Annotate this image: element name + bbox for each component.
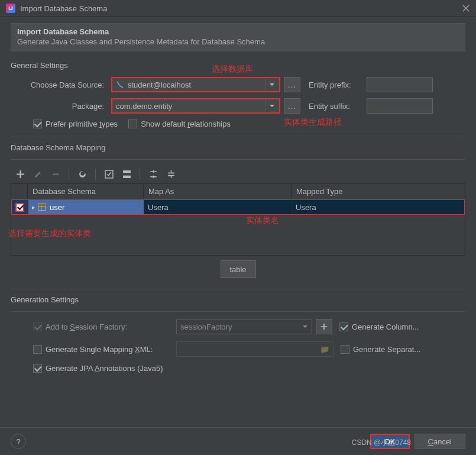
table-row[interactable]: ▸ user Usera Usera xyxy=(11,199,465,215)
expand-all-button[interactable] xyxy=(147,168,159,180)
row-mapped-type: Usera xyxy=(296,203,316,212)
edit-button xyxy=(32,168,44,180)
data-source-value: student@localhost xyxy=(128,80,191,89)
chevron-down-icon[interactable] xyxy=(302,322,308,331)
checkbox-icon xyxy=(33,120,42,128)
label-package: Package: xyxy=(11,102,111,111)
datasource-icon xyxy=(116,80,124,89)
add-session-button[interactable] xyxy=(316,319,332,334)
select-tables-button[interactable] xyxy=(103,168,115,180)
help-button[interactable]: ? xyxy=(11,434,26,449)
generate-separate-checkbox[interactable]: Generate Separat... xyxy=(341,345,420,354)
th-map-as[interactable]: Map As xyxy=(144,184,292,199)
schema-table: Database Schema Map As Mapped Type ▸ use… xyxy=(11,183,465,256)
cancel-button[interactable]: Cancel xyxy=(415,434,465,449)
layout-button[interactable] xyxy=(121,168,132,180)
chevron-down-icon[interactable] xyxy=(265,78,276,91)
generate-single-mapping-checkbox[interactable]: Generate Single Mapping XML: xyxy=(33,345,153,354)
row-map-as: Usera xyxy=(148,203,169,212)
table-button[interactable]: table xyxy=(221,260,256,278)
close-icon[interactable] xyxy=(462,4,470,12)
checkbox-icon xyxy=(33,364,42,373)
label-entity-prefix: Entity prefix: xyxy=(309,80,362,89)
folder-icon: 📁 xyxy=(320,345,329,354)
session-factory-combo[interactable]: sessionFactory xyxy=(176,319,312,334)
section-general: General Settings xyxy=(11,61,465,70)
mapping-path-input: 📁 xyxy=(176,341,333,357)
label-entity-suffix: Entity suffix: xyxy=(309,102,362,111)
watermark: CSDN @小超0748 xyxy=(352,438,411,448)
table-icon xyxy=(38,204,46,211)
show-default-rel-checkbox[interactable]: Show default relationships xyxy=(128,120,231,128)
chevron-right-icon[interactable]: ▸ xyxy=(32,204,35,211)
generate-column-checkbox[interactable]: Generate Column... xyxy=(339,322,419,331)
refresh-button[interactable] xyxy=(76,168,88,180)
svg-rect-3 xyxy=(123,175,131,178)
svg-rect-2 xyxy=(123,170,131,173)
remove-button xyxy=(50,168,61,180)
banner: Import Database Schema Generate Java Cla… xyxy=(11,23,465,51)
chevron-down-icon[interactable] xyxy=(265,99,276,112)
browse-package-button[interactable]: ... xyxy=(284,98,300,114)
add-button[interactable] xyxy=(14,168,26,180)
app-icon: IJ xyxy=(6,4,15,13)
section-generation: Generation Settings xyxy=(11,295,465,304)
package-combo[interactable]: com.demo.entity xyxy=(111,98,280,114)
data-source-combo[interactable]: student@localhost xyxy=(111,77,280,92)
svg-rect-0 xyxy=(53,173,59,175)
entity-prefix-input[interactable] xyxy=(367,77,433,92)
add-to-session-checkbox: Add to Session Factory: xyxy=(33,322,127,331)
window-title: Import Database Schema xyxy=(20,4,462,13)
mapping-toolbar xyxy=(11,162,465,183)
label-data-source: Choose Data Source: xyxy=(11,80,111,89)
package-value: com.demo.entity xyxy=(116,102,172,111)
checkbox-icon xyxy=(33,345,42,354)
row-name: user xyxy=(50,203,64,212)
checkbox-icon xyxy=(128,120,137,128)
th-schema[interactable]: Database Schema xyxy=(28,184,144,199)
browse-datasource-button[interactable]: ... xyxy=(284,77,300,92)
section-mapping: Database Schema Mapping xyxy=(11,143,465,152)
generate-jpa-checkbox[interactable]: Generate JPA Annotations (Java5) xyxy=(33,364,163,373)
collapse-all-button[interactable] xyxy=(165,168,177,180)
checkbox-icon xyxy=(341,345,349,354)
banner-title: Import Database Schema xyxy=(17,27,459,36)
entity-suffix-input[interactable] xyxy=(367,98,433,114)
th-mapped-type[interactable]: Mapped Type xyxy=(292,184,465,199)
prefer-primitive-checkbox[interactable]: Prefer primitive types xyxy=(33,120,118,128)
banner-desc: Generate Java Classes and Persistence Me… xyxy=(17,37,459,46)
checkbox-icon xyxy=(33,322,42,331)
row-checkbox[interactable] xyxy=(15,203,24,212)
checkbox-icon xyxy=(339,322,348,331)
